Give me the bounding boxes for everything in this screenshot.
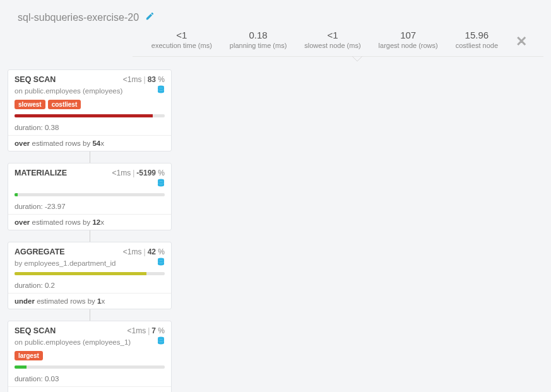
plan-node[interactable]: AGGREGATE <1ms|42 % by employees_1.depar… bbox=[8, 242, 172, 309]
est-val: 54 bbox=[92, 140, 100, 147]
node-duration: duration: 0.03 bbox=[8, 371, 171, 386]
node-time: <1ms bbox=[127, 326, 146, 335]
node-op: SEQ SCAN bbox=[15, 326, 56, 335]
node-subtitle-row: on public.employees (employees) bbox=[8, 85, 171, 98]
node-estimate: over estimated rows by 54x bbox=[8, 136, 171, 151]
stat-value: 107 bbox=[379, 30, 438, 40]
database-icon[interactable] bbox=[157, 85, 165, 96]
svg-point-4 bbox=[158, 337, 164, 340]
tag-costliest: costliest bbox=[48, 100, 81, 109]
est-mid: estimated rows by bbox=[30, 218, 92, 226]
plan-column: SEQ SCAN <1ms|83 % on public.employees (… bbox=[8, 69, 172, 392]
node-subtitle-row: on public.employees (employees_1) bbox=[8, 336, 171, 350]
stat-value: 0.18 bbox=[230, 30, 287, 40]
node-estimate: over estimated rows by 12x bbox=[8, 215, 171, 230]
edit-icon[interactable] bbox=[145, 11, 155, 23]
stat-costliest-node: 15.96 costliest node bbox=[447, 30, 507, 49]
close-icon[interactable]: ✕ bbox=[507, 30, 531, 50]
stats-bar: <1 execution time (ms) 0.18 planning tim… bbox=[133, 28, 543, 57]
stat-largest-node: 107 largest node (rows) bbox=[370, 30, 447, 49]
est-suffix: x bbox=[100, 218, 104, 226]
node-subtitle: by employees_1.department_id bbox=[15, 259, 116, 267]
duration-bar-fill bbox=[15, 193, 18, 196]
node-duration: duration: 0.38 bbox=[8, 120, 171, 135]
svg-point-1 bbox=[158, 86, 164, 88]
est-suffix: x bbox=[100, 140, 104, 147]
stat-execution-time: <1 execution time (ms) bbox=[143, 30, 221, 49]
plan-node[interactable]: MATERIALIZE <1ms|-5199 % duration: -23.9… bbox=[8, 163, 172, 230]
node-pct: -5199 bbox=[136, 169, 156, 177]
stat-label: planning time (ms) bbox=[230, 42, 287, 49]
stat-value: <1 bbox=[151, 30, 212, 40]
duration-bar bbox=[15, 365, 165, 369]
est-mid: estimated rows by bbox=[35, 297, 97, 305]
node-timing: <1ms|7 % bbox=[127, 326, 165, 335]
duration-bar bbox=[15, 114, 165, 117]
duration-bar bbox=[15, 193, 165, 196]
node-duration: duration: -23.97 bbox=[8, 199, 171, 214]
node-header: SEQ SCAN <1ms|7 % bbox=[8, 321, 171, 336]
node-time: <1ms bbox=[112, 169, 131, 177]
node-subtitle-row: by employees_1.department_id bbox=[8, 258, 171, 271]
est-prefix: over bbox=[15, 140, 30, 147]
plan-node[interactable]: SEQ SCAN <1ms|83 % on public.employees (… bbox=[8, 69, 172, 151]
node-subtitle: on public.employees (employees_1) bbox=[15, 338, 131, 346]
stat-planning-time: 0.18 planning time (ms) bbox=[221, 30, 295, 49]
tag-slowest: slowest bbox=[15, 100, 45, 109]
node-connector bbox=[90, 309, 90, 321]
node-subtitle-row bbox=[8, 179, 171, 192]
node-pct: 7 bbox=[151, 326, 156, 335]
database-icon[interactable] bbox=[157, 336, 165, 347]
plan-node[interactable]: SEQ SCAN <1ms|7 % on public.employees (e… bbox=[8, 321, 172, 392]
est-val: 12 bbox=[92, 218, 100, 226]
est-prefix: over bbox=[15, 218, 30, 226]
duration-bar bbox=[15, 272, 165, 275]
node-header: MATERIALIZE <1ms|-5199 % bbox=[8, 163, 171, 179]
node-connector bbox=[90, 230, 90, 242]
stat-value: 15.96 bbox=[456, 30, 498, 40]
pointer-icon bbox=[352, 56, 362, 61]
est-prefix: under bbox=[15, 297, 35, 305]
node-duration: duration: 0.2 bbox=[8, 278, 171, 293]
node-estimate: under estimated rows by 1x bbox=[8, 294, 171, 309]
title-bar: sql-subqueries-exercise-20 bbox=[0, 0, 551, 28]
duration-bar-fill bbox=[15, 114, 153, 117]
duration-bar-fill bbox=[15, 272, 146, 275]
node-time: <1ms bbox=[123, 75, 142, 84]
stat-label: costliest node bbox=[456, 42, 498, 49]
stat-label: slowest node (ms) bbox=[304, 42, 360, 49]
node-tags: slowest costliest bbox=[8, 98, 171, 113]
svg-marker-0 bbox=[352, 56, 362, 61]
svg-point-2 bbox=[158, 179, 164, 182]
node-header: AGGREGATE <1ms|42 % bbox=[8, 242, 171, 258]
node-pct: 83 bbox=[148, 75, 156, 84]
node-op: AGGREGATE bbox=[15, 247, 65, 256]
duration-bar-fill bbox=[15, 365, 27, 369]
node-pct: 42 bbox=[148, 247, 156, 256]
stat-label: execution time (ms) bbox=[151, 42, 212, 49]
node-op: SEQ SCAN bbox=[15, 75, 56, 84]
node-subtitle: on public.employees (employees) bbox=[15, 87, 122, 95]
node-connector bbox=[90, 151, 90, 163]
node-op: MATERIALIZE bbox=[15, 169, 67, 177]
est-mid: estimated rows by bbox=[30, 140, 92, 147]
node-timing: <1ms|42 % bbox=[123, 247, 165, 256]
node-timing: <1ms|83 % bbox=[123, 75, 165, 84]
stat-value: <1 bbox=[304, 30, 360, 40]
node-estimate: under estimated rows by 1x bbox=[8, 387, 171, 392]
svg-point-3 bbox=[158, 258, 164, 261]
tag-largest: largest bbox=[15, 351, 43, 360]
stat-label: largest node (rows) bbox=[379, 42, 438, 49]
database-icon[interactable] bbox=[157, 258, 165, 268]
est-suffix: x bbox=[101, 297, 105, 305]
database-icon[interactable] bbox=[157, 179, 165, 189]
page-title: sql-subqueries-exercise-20 bbox=[18, 12, 139, 23]
node-header: SEQ SCAN <1ms|83 % bbox=[8, 70, 171, 85]
node-tags: largest bbox=[8, 350, 171, 364]
node-time: <1ms bbox=[123, 247, 142, 256]
node-timing: <1ms|-5199 % bbox=[112, 169, 165, 177]
stat-slowest-node: <1 slowest node (ms) bbox=[295, 30, 369, 49]
